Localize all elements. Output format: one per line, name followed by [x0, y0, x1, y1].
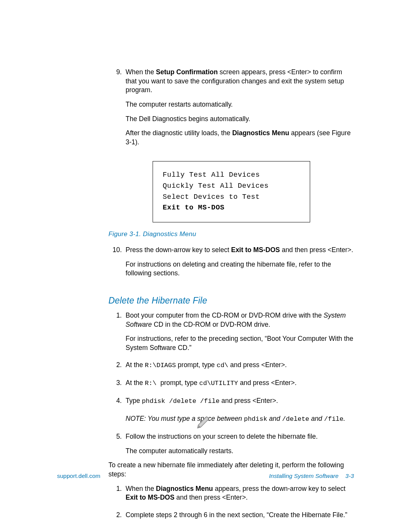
- page: 9. When the Setup Confirmation screen ap…: [0, 0, 411, 532]
- menu-item: Quickly Test All Devices: [163, 181, 300, 192]
- list-body: Press the down-arrow key to select Exit …: [126, 246, 354, 283]
- list-number: 10.: [108, 246, 126, 283]
- list-body: At the R:\ prompt, type cd\UTILITY and p…: [126, 379, 354, 393]
- create-step-2: 2. Complete steps 2 through 6 in the nex…: [108, 511, 354, 525]
- delete-step-3: 3. At the R:\ prompt, type cd\UTILITY an…: [108, 379, 354, 393]
- step-9-p4: After the diagnostic utility loads, the …: [126, 129, 354, 147]
- step-9-p1: When the Setup Confirmation screen appea…: [126, 68, 354, 95]
- footer-title: Installing System Software3-3: [269, 473, 354, 479]
- step-9-p3: The Dell Diagnostics begins automaticall…: [126, 115, 354, 124]
- step-10-p1: Press the down-arrow key to select Exit …: [126, 246, 354, 255]
- d5-p2: The computer automatically restarts.: [126, 447, 354, 456]
- delete-step-4: 4. Type phdisk /delete /file and press <…: [108, 396, 354, 411]
- note-text: NOTE: You must type a space between phdi…: [126, 414, 354, 424]
- note-pencil-icon: [196, 413, 213, 430]
- delete-step-2: 2. At the R:\DIAGS prompt, type cd\ and …: [108, 361, 354, 375]
- create-step-1: 1. When the Diagnostics Menu appears, pr…: [108, 484, 354, 508]
- c1-p1: When the Diagnostics Menu appears, press…: [126, 484, 354, 502]
- list-body: When the Setup Confirmation screen appea…: [126, 68, 354, 152]
- page-footer: support.dell.com Installing System Softw…: [57, 473, 354, 479]
- list-number: 2.: [108, 361, 126, 375]
- step-9: 9. When the Setup Confirmation screen ap…: [108, 68, 354, 152]
- list-body: When the Diagnostics Menu appears, press…: [126, 484, 354, 508]
- list-body: Follow the instructions on your screen t…: [126, 432, 354, 461]
- menu-item: Fully Test All Devices: [163, 170, 300, 181]
- d1-p1: Boot your computer from the CD-ROM or DV…: [126, 311, 354, 329]
- list-number: 9.: [108, 68, 126, 152]
- list-body: At the R:\DIAGS prompt, type cd\ and pre…: [126, 361, 354, 375]
- list-body: Boot your computer from the CD-ROM or DV…: [126, 311, 354, 358]
- step-10-p2: For instructions on deleting and creatin…: [126, 260, 354, 278]
- list-number: 1.: [108, 484, 126, 508]
- note-body: NOTE: You must type a space between phdi…: [126, 414, 354, 429]
- main-content: 9. When the Setup Confirmation screen ap…: [108, 68, 354, 525]
- d1-p2: For instructions, refer to the preceding…: [126, 334, 354, 352]
- list-number: 2.: [108, 511, 126, 525]
- page-number: 3-3: [346, 473, 354, 479]
- delete-step-1: 1. Boot your computer from the CD-ROM or…: [108, 311, 354, 358]
- d4-p1: Type phdisk /delete /file and press <Ent…: [126, 396, 354, 406]
- step-10: 10. Press the down-arrow key to select E…: [108, 246, 354, 283]
- list-body: Type phdisk /delete /file and press <Ent…: [126, 396, 354, 411]
- footer-url: support.dell.com: [57, 473, 100, 479]
- c2-p1: Complete steps 2 through 6 in the next s…: [126, 511, 354, 520]
- list-number: 1.: [108, 311, 126, 358]
- menu-item: Select Devices to Test: [163, 192, 300, 203]
- d2-p1: At the R:\DIAGS prompt, type cd\ and pre…: [126, 361, 354, 370]
- menu-item-selected: Exit to MS-DOS: [163, 203, 300, 214]
- note-row: NOTE: You must type a space between phdi…: [108, 414, 354, 429]
- delete-step-5: 5. Follow the instructions on your scree…: [108, 432, 354, 461]
- figure-caption: Figure 3-1. Diagnostics Menu: [108, 230, 354, 239]
- diagnostics-menu-box: Fully Test All Devices Quickly Test All …: [153, 161, 310, 222]
- section-heading: Delete the Hibernate File: [57, 295, 354, 307]
- d5-p1: Follow the instructions on your screen t…: [126, 432, 354, 441]
- d3-p1: At the R:\ prompt, type cd\UTILITY and p…: [126, 379, 354, 388]
- list-number: 3.: [108, 379, 126, 393]
- list-number: 4.: [108, 396, 126, 411]
- step-9-p2: The computer restarts automatically.: [126, 100, 354, 109]
- list-number: 5.: [108, 432, 126, 461]
- list-body: Complete steps 2 through 6 in the next s…: [126, 511, 354, 525]
